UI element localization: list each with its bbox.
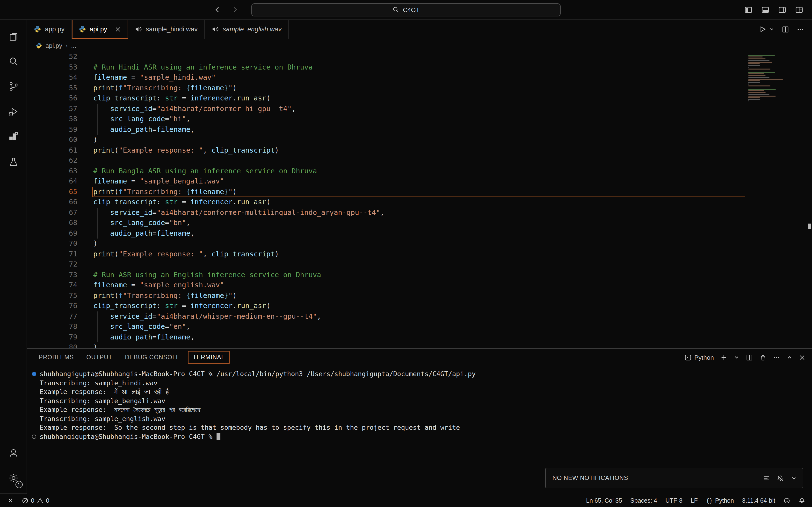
tab-api-py[interactable]: api.py xyxy=(72,20,128,39)
code-line-69[interactable]: 69 audio_path=filename, xyxy=(27,228,745,238)
code-line-56[interactable]: 56clip_transcript: str = inferencer.run_… xyxy=(27,93,745,104)
run-dropdown-chevron-icon[interactable] xyxy=(769,26,774,32)
code-line-76[interactable]: 76clip_transcript: str = inferencer.run_… xyxy=(27,301,745,311)
sidebar-item-testing[interactable] xyxy=(0,149,27,174)
code-editor[interactable]: 5253# Run Hindi ASR using an inference s… xyxy=(27,52,812,348)
code-line-75[interactable]: 75print(f"Transcribing: {filename}") xyxy=(27,290,745,301)
close-icon[interactable] xyxy=(115,26,120,32)
line-number: 58 xyxy=(27,114,77,124)
maximize-panel-icon[interactable] xyxy=(786,354,793,360)
sidebar-item-extensions[interactable] xyxy=(0,124,27,149)
code-line-78[interactable]: 78 src_lang_code="en", xyxy=(27,322,745,332)
title-bar: C4GT xyxy=(0,0,812,19)
kill-terminal-icon[interactable] xyxy=(759,354,767,361)
error-icon xyxy=(22,497,29,504)
code-line-61[interactable]: 61print("Example response: ", clip_trans… xyxy=(27,145,745,156)
editor-tab-bar: app.py api.py sample_hindi.wav sample_en… xyxy=(27,20,812,39)
code-line-80[interactable]: 80) xyxy=(27,342,745,348)
close-panel-icon[interactable] xyxy=(799,354,805,360)
terminal-instance[interactable]: Python xyxy=(684,354,714,361)
back-icon[interactable] xyxy=(214,6,221,13)
line-number: 61 xyxy=(27,145,77,156)
code-line-67[interactable]: 67 service_id="ai4bharat/conformer-multi… xyxy=(27,207,745,218)
panel-more-actions-icon[interactable] xyxy=(773,354,780,361)
warning-count: 0 xyxy=(46,497,49,504)
toggle-panel-icon[interactable] xyxy=(761,6,769,14)
problems-status[interactable]: 0 0 xyxy=(22,497,49,504)
hide-notifications-chevron-icon[interactable] xyxy=(791,475,797,481)
tab-problems[interactable]: PROBLEMS xyxy=(34,351,79,363)
code-line-63[interactable]: 63# Run Bangla ASR using an inference se… xyxy=(27,166,745,176)
code-line-59[interactable]: 59 audio_path=filename, xyxy=(27,124,745,135)
code-line-70[interactable]: 70) xyxy=(27,238,745,249)
settings-button[interactable]: 1 xyxy=(0,465,27,491)
remote-indicator[interactable] xyxy=(7,497,14,504)
split-editor-icon[interactable] xyxy=(781,25,789,33)
code-line-52[interactable]: 52 xyxy=(27,52,745,62)
code-line-58[interactable]: 58 src_lang_code="hi", xyxy=(27,114,745,124)
tab-sample-hindi-wav[interactable]: sample_hindi.wav xyxy=(128,20,205,39)
customize-layout-icon[interactable] xyxy=(795,6,803,14)
code-line-74[interactable]: 74filename = "sample_english.wav" xyxy=(27,280,745,290)
line-number: 59 xyxy=(27,124,77,135)
new-terminal-icon[interactable] xyxy=(720,354,727,361)
code-line-65[interactable]: 65print(f"Transcribing: {filename}") xyxy=(27,187,745,197)
forward-icon[interactable] xyxy=(231,6,239,13)
code-text: print(f"Transcribing: {filename}") xyxy=(92,83,745,93)
code-line-57[interactable]: 57 service_id="ai4bharat/conformer-hi-gp… xyxy=(27,104,745,114)
sidebar-item-search[interactable] xyxy=(0,49,27,74)
command-prompt-decoration-icon[interactable] xyxy=(32,434,36,439)
code-line-54[interactable]: 54filename = "sample_hindi.wav" xyxy=(27,72,745,83)
tab-label: app.py xyxy=(45,25,64,33)
python-interpreter[interactable]: 3.11.4 64-bit xyxy=(742,497,775,504)
toggle-secondary-sidebar-icon[interactable] xyxy=(778,6,786,14)
tab-sample-english-wav[interactable]: sample_english.wav xyxy=(205,20,289,39)
run-python-file-icon[interactable] xyxy=(758,25,767,33)
code-line-71[interactable]: 71print("Example response: ", clip_trans… xyxy=(27,249,745,259)
language-mode[interactable]: {} Python xyxy=(706,497,734,504)
code-line-73[interactable]: 73# Run ASR using an English inference s… xyxy=(27,270,745,280)
cursor-position[interactable]: Ln 65, Col 35 xyxy=(586,497,622,504)
code-line-72[interactable]: 72 xyxy=(27,259,745,270)
code-line-66[interactable]: 66clip_transcript: str = inferencer.run_… xyxy=(27,197,745,207)
toggle-sidebar-icon[interactable] xyxy=(744,6,753,14)
encoding[interactable]: UTF-8 xyxy=(665,497,682,504)
more-actions-icon[interactable] xyxy=(797,25,804,33)
minimap[interactable] xyxy=(748,53,787,102)
indentation[interactable]: Spaces: 4 xyxy=(630,497,657,504)
code-line-60[interactable]: 60) xyxy=(27,135,745,145)
bell-icon[interactable] xyxy=(799,497,805,504)
code-text: filename = "sample_english.wav" xyxy=(92,280,745,290)
code-line-55[interactable]: 55print(f"Transcribing: {filename}") xyxy=(27,83,745,93)
code-text: src_lang_code="en", xyxy=(92,322,745,332)
breadcrumb-file[interactable]: api.py xyxy=(45,42,62,49)
sidebar-item-source-control[interactable] xyxy=(0,74,27,99)
line-number: 54 xyxy=(27,72,77,83)
code-line-68[interactable]: 68 src_lang_code="bn", xyxy=(27,218,745,228)
tab-output[interactable]: OUTPUT xyxy=(82,351,117,363)
command-center-search[interactable]: C4GT xyxy=(251,3,561,16)
code-line-79[interactable]: 79 audio_path=filename, xyxy=(27,332,745,342)
tab-app-py[interactable]: app.py xyxy=(27,20,72,39)
sidebar-item-explorer[interactable] xyxy=(0,24,27,49)
editor-scrollbar[interactable] xyxy=(806,52,812,348)
command-executed-decoration-icon[interactable] xyxy=(32,372,36,376)
code-line-62[interactable]: 62 xyxy=(27,156,745,166)
feedback-icon[interactable] xyxy=(783,497,790,504)
clear-all-notifications-icon[interactable] xyxy=(763,474,770,482)
terminal-profile-icon xyxy=(684,354,692,361)
code-line-64[interactable]: 64filename = "sample_bengali.wav" xyxy=(27,176,745,187)
terminal-dropdown-chevron-icon[interactable] xyxy=(734,354,740,360)
breadcrumb-more[interactable]: ... xyxy=(71,42,77,49)
code-line-77[interactable]: 77 service_id="ai4bharat/whisper-medium-… xyxy=(27,311,745,322)
do-not-disturb-icon[interactable] xyxy=(777,474,784,482)
sidebar-item-run-debug[interactable] xyxy=(0,99,27,124)
code-text: src_lang_code="bn", xyxy=(92,218,745,228)
notification-center[interactable]: NO NEW NOTIFICATIONS xyxy=(545,468,803,488)
accounts-button[interactable] xyxy=(0,440,27,465)
split-terminal-icon[interactable] xyxy=(746,354,753,361)
eol-sequence[interactable]: LF xyxy=(691,497,698,504)
code-line-53[interactable]: 53# Run Hindi ASR using an inference ser… xyxy=(27,62,745,72)
tab-terminal[interactable]: TERMINAL xyxy=(188,351,230,363)
tab-debug-console[interactable]: DEBUG CONSOLE xyxy=(120,351,185,363)
